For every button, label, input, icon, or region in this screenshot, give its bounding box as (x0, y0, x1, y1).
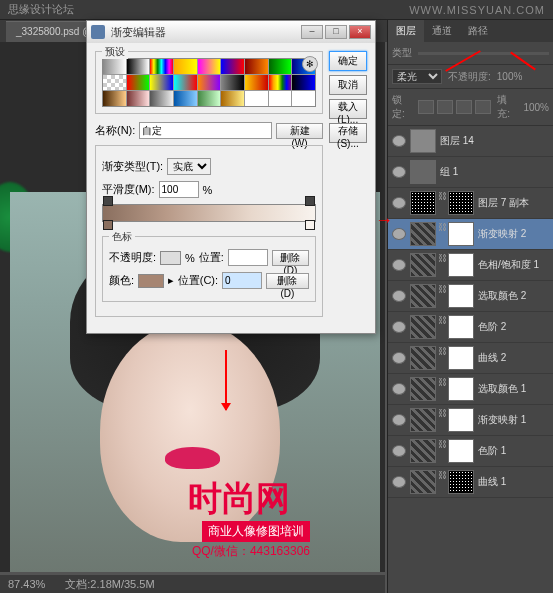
mask-thumb[interactable] (448, 439, 474, 463)
preset-swatch[interactable] (127, 59, 150, 74)
visibility-eye-icon[interactable] (392, 197, 406, 209)
visibility-eye-icon[interactable] (392, 228, 406, 240)
mask-thumb[interactable] (448, 377, 474, 401)
color-box[interactable] (138, 274, 164, 288)
preset-swatch[interactable] (103, 91, 126, 106)
visibility-eye-icon[interactable] (392, 476, 406, 488)
delete2-button[interactable]: 删除(D) (266, 273, 309, 289)
preset-swatch[interactable] (245, 59, 268, 74)
layer-name[interactable]: 选取颜色 2 (478, 289, 549, 303)
layer-name[interactable]: 曲线 1 (478, 475, 549, 489)
layer-row[interactable]: ⛓曲线 2 (388, 343, 553, 374)
link-icon[interactable]: ⛓ (438, 253, 446, 265)
preset-swatch[interactable] (198, 75, 221, 90)
preset-swatch[interactable] (127, 91, 150, 106)
layer-thumb[interactable] (410, 377, 436, 401)
new-button[interactable]: 新建(W) (276, 123, 322, 139)
preset-swatch[interactable] (150, 59, 173, 74)
mask-thumb[interactable] (448, 253, 474, 277)
lock-position-icon[interactable] (456, 100, 472, 114)
layer-thumb[interactable] (410, 439, 436, 463)
mask-thumb[interactable] (448, 284, 474, 308)
preset-swatch[interactable] (198, 91, 221, 106)
link-icon[interactable]: ⛓ (438, 439, 446, 451)
layer-thumb[interactable] (410, 408, 436, 432)
color-arrow-icon[interactable]: ▸ (168, 274, 174, 287)
link-icon[interactable]: ⛓ (438, 315, 446, 327)
opacity-stop-right[interactable] (305, 196, 315, 206)
layer-thumb[interactable] (410, 222, 436, 246)
smooth-input[interactable] (159, 181, 199, 198)
layer-name[interactable]: 曲线 2 (478, 351, 549, 365)
cancel-button[interactable]: 取消 (329, 75, 367, 95)
link-icon[interactable]: ⛓ (438, 346, 446, 358)
preset-swatch[interactable] (269, 91, 292, 106)
preset-swatch[interactable] (292, 91, 315, 106)
lock-all-icon[interactable] (475, 100, 491, 114)
preset-swatch[interactable] (292, 75, 315, 90)
dialog-titlebar[interactable]: 渐变编辑器 – □ × (87, 21, 375, 43)
mask-thumb[interactable] (448, 315, 474, 339)
preset-swatch[interactable] (198, 59, 221, 74)
layer-thumb[interactable] (410, 129, 436, 153)
visibility-eye-icon[interactable] (392, 259, 406, 271)
zoom-level[interactable]: 87.43% (8, 578, 45, 590)
layer-row[interactable]: ⛓渐变映射 1 (388, 405, 553, 436)
maximize-button[interactable]: □ (325, 25, 347, 39)
preset-swatch[interactable] (103, 75, 126, 90)
layer-row[interactable]: ⛓渐变映射 2 (388, 219, 553, 250)
name-input[interactable] (139, 122, 272, 139)
minimize-button[interactable]: – (301, 25, 323, 39)
layer-thumb[interactable] (410, 191, 436, 215)
tab-layers[interactable]: 图层 (388, 20, 424, 42)
preset-swatch[interactable] (221, 91, 244, 106)
link-icon[interactable]: ⛓ (438, 284, 446, 296)
layer-row[interactable]: 图层 14 (388, 126, 553, 157)
layer-name[interactable]: 色相/饱和度 1 (478, 258, 549, 272)
gradtype-select[interactable]: 实底 (167, 158, 211, 175)
blend-filter[interactable] (418, 52, 549, 55)
layer-name[interactable]: 渐变映射 2 (478, 227, 549, 241)
tab-paths[interactable]: 路径 (460, 20, 496, 42)
preset-swatch[interactable] (174, 59, 197, 74)
layer-row[interactable]: ⛓选取颜色 2 (388, 281, 553, 312)
layer-row[interactable]: ⛓色阶 2 (388, 312, 553, 343)
lock-transparent-icon[interactable] (418, 100, 434, 114)
layer-name[interactable]: 选取颜色 1 (478, 382, 549, 396)
layer-name[interactable]: 组 1 (440, 165, 549, 179)
layer-name[interactable]: 图层 14 (440, 134, 549, 148)
color-stop-right[interactable] (305, 220, 315, 230)
layer-name[interactable]: 色阶 1 (478, 444, 549, 458)
link-icon[interactable]: ⛓ (438, 191, 446, 203)
layer-name[interactable]: 色阶 2 (478, 320, 549, 334)
link-icon[interactable]: ⛓ (438, 470, 446, 482)
pos1-input[interactable] (228, 249, 268, 266)
fill-value[interactable]: 100% (523, 102, 549, 113)
mask-thumb[interactable] (448, 346, 474, 370)
layer-thumb[interactable] (410, 470, 436, 494)
mask-thumb[interactable] (448, 470, 474, 494)
preset-swatch[interactable] (221, 59, 244, 74)
opacity-value[interactable]: 100% (497, 71, 523, 82)
gradient-bar[interactable] (102, 204, 316, 222)
preset-swatch[interactable] (269, 59, 292, 74)
visibility-eye-icon[interactable] (392, 352, 406, 364)
visibility-eye-icon[interactable] (392, 414, 406, 426)
layer-row[interactable]: 组 1 (388, 157, 553, 188)
presets-menu-icon[interactable]: ✻ (302, 56, 318, 72)
layer-name[interactable]: 渐变映射 1 (478, 413, 549, 427)
layer-row[interactable]: ⛓曲线 1 (388, 467, 553, 498)
blend-mode-select[interactable]: 柔光 (392, 69, 442, 84)
layer-name[interactable]: 图层 7 副本 (478, 196, 549, 210)
tab-channels[interactable]: 通道 (424, 20, 460, 42)
opacity-box[interactable] (160, 251, 181, 265)
layer-thumb[interactable] (410, 346, 436, 370)
preset-swatch[interactable] (150, 91, 173, 106)
pos2-input[interactable] (222, 272, 262, 289)
visibility-eye-icon[interactable] (392, 166, 406, 178)
visibility-eye-icon[interactable] (392, 321, 406, 333)
link-icon[interactable]: ⛓ (438, 377, 446, 389)
mask-thumb[interactable] (448, 408, 474, 432)
preset-swatch[interactable] (245, 75, 268, 90)
layer-row[interactable]: ⛓色相/饱和度 1 (388, 250, 553, 281)
